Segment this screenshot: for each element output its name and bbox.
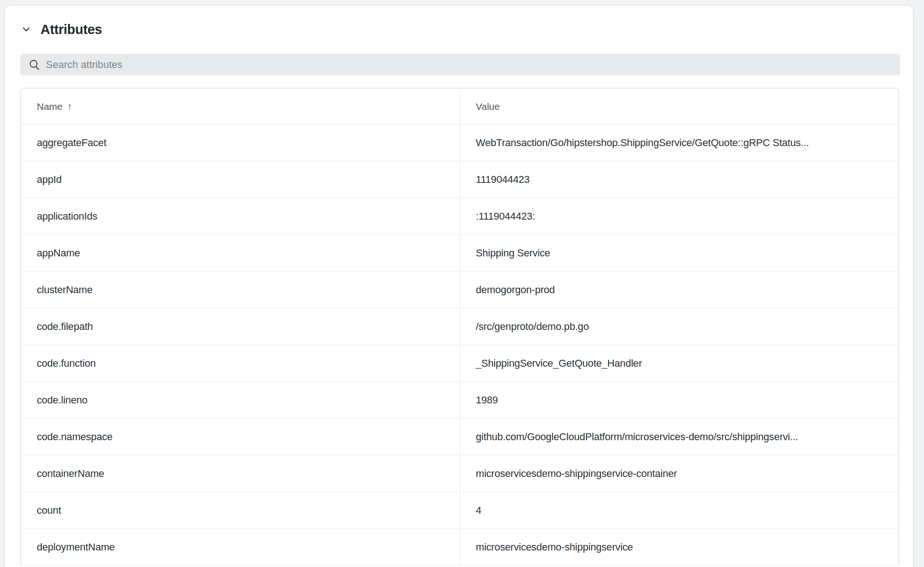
attribute-value: 4 bbox=[460, 492, 898, 528]
table-row: aggregateFacet WebTransaction/Go/hipster… bbox=[21, 125, 898, 161]
attribute-value: _ShippingService_GetQuote_Handler bbox=[460, 345, 898, 381]
attribute-value: microservicesdemo-shippingservice-contai… bbox=[460, 455, 898, 492]
attribute-value: 1989 bbox=[460, 382, 898, 418]
column-header-name-label: Name bbox=[37, 101, 63, 112]
table-row: code.function _ShippingService_GetQuote_… bbox=[21, 345, 898, 382]
attribute-name: appId bbox=[21, 161, 460, 198]
attribute-name: deploymentName bbox=[21, 529, 460, 565]
column-header-name[interactable]: Name ↑ bbox=[21, 89, 460, 124]
chevron-down-icon bbox=[23, 26, 30, 33]
column-header-value[interactable]: Value bbox=[460, 89, 898, 124]
attributes-table: Name ↑ Value aggregateFacet WebTransacti… bbox=[20, 88, 899, 566]
sort-ascending-icon: ↑ bbox=[67, 101, 72, 112]
table-row: deploymentName microservicesdemo-shippin… bbox=[21, 529, 898, 566]
table-row: containerName microservicesdemo-shipping… bbox=[21, 455, 898, 492]
attribute-name: code.lineno bbox=[21, 382, 460, 418]
attribute-value: :1119044423: bbox=[460, 198, 898, 234]
table-row: code.filepath /src/genproto/demo.pb.go bbox=[21, 308, 898, 345]
attributes-panel: Attributes Name ↑ Value aggregateFacet W… bbox=[4, 5, 914, 567]
table-row: appId 1119044423 bbox=[21, 161, 898, 198]
attribute-name: code.filepath bbox=[21, 308, 460, 345]
search-bar bbox=[20, 54, 900, 75]
panel-header: Attributes bbox=[20, 19, 898, 40]
attribute-name: code.function bbox=[21, 345, 460, 381]
attribute-value: microservicesdemo-shippingservice bbox=[460, 529, 898, 565]
page-title: Attributes bbox=[40, 22, 102, 37]
attribute-name: appName bbox=[21, 235, 460, 271]
attribute-name: code.namespace bbox=[21, 419, 460, 455]
attribute-value: Shipping Service bbox=[460, 235, 898, 271]
table-row: applicationIds :1119044423: bbox=[21, 198, 898, 235]
attribute-value: WebTransaction/Go/hipstershop.ShippingSe… bbox=[460, 125, 898, 161]
column-header-value-label: Value bbox=[476, 101, 500, 112]
attribute-value: /src/genproto/demo.pb.go bbox=[460, 308, 898, 345]
attribute-value: 1119044423 bbox=[460, 161, 898, 198]
table-row: appName Shipping Service bbox=[21, 235, 898, 272]
attribute-name: aggregateFacet bbox=[21, 125, 460, 161]
table-row: count 4 bbox=[21, 492, 898, 529]
attribute-name: count bbox=[21, 492, 460, 528]
table-row: code.namespace github.com/GoogleCloudPla… bbox=[21, 419, 898, 455]
search-input[interactable] bbox=[20, 54, 900, 75]
attribute-name: applicationIds bbox=[21, 198, 460, 234]
collapse-toggle-button[interactable] bbox=[20, 23, 32, 35]
table-row: code.lineno 1989 bbox=[21, 382, 898, 419]
attribute-name: containerName bbox=[21, 455, 460, 492]
table-header-row: Name ↑ Value bbox=[21, 89, 898, 125]
table-row: clusterName demogorgon-prod bbox=[21, 272, 898, 308]
attribute-value: github.com/GoogleCloudPlatform/microserv… bbox=[460, 419, 898, 455]
attribute-value: demogorgon-prod bbox=[460, 272, 898, 308]
attribute-name: clusterName bbox=[21, 272, 460, 308]
